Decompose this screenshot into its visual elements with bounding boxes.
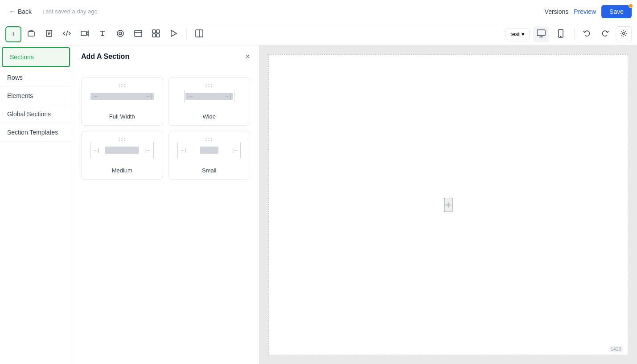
versions-button[interactable]: Versions (545, 8, 569, 15)
last-saved-text: Last saved a day ago (42, 8, 541, 15)
svg-line-5 (66, 31, 68, 36)
redo-icon (601, 29, 609, 39)
video-button[interactable] (77, 26, 93, 42)
canvas-area: + 1429 (259, 45, 637, 364)
header-button[interactable] (130, 26, 146, 42)
svg-rect-0 (28, 32, 34, 36)
medium-arrow-right-icon: |← (145, 147, 152, 153)
arrow-left-icon: |← (92, 93, 99, 99)
pages-button[interactable] (41, 26, 57, 42)
header-icon (134, 29, 142, 39)
medium-arrow-left-icon: →| (93, 147, 99, 153)
drag-handle-dots (119, 84, 126, 87)
sidebar-item-rows[interactable]: Rows (0, 69, 72, 87)
medium-inner-bar (105, 147, 139, 154)
add-section-button[interactable]: ＋ (5, 26, 21, 42)
top-nav: ← Back Last saved a day ago Versions Pre… (0, 0, 637, 23)
grid-button[interactable] (148, 26, 164, 42)
layers-icon (27, 29, 35, 39)
section-grid: |← →| Full Width |← (72, 68, 259, 188)
text-icon (99, 29, 107, 39)
medium-visual: →| |← (87, 137, 157, 164)
wide-label: Wide (202, 113, 216, 120)
svg-point-25 (560, 36, 561, 37)
svg-rect-15 (156, 30, 160, 33)
arrow-left-icon: |← (187, 93, 194, 99)
settings-icon (620, 30, 627, 38)
back-label: Back (18, 8, 32, 15)
sidebar-item-sections[interactable]: Sections (2, 47, 70, 67)
full-width-label: Full Width (109, 113, 135, 120)
desktop-icon (537, 29, 546, 40)
layout-button[interactable] (191, 26, 207, 42)
form-button[interactable] (112, 26, 128, 42)
svg-rect-6 (81, 31, 86, 36)
svg-rect-21 (537, 30, 545, 36)
svg-rect-17 (156, 34, 160, 37)
full-width-bar: |← →| (90, 93, 154, 100)
media-icon (170, 29, 178, 39)
sidebar-item-elements[interactable]: Elements (0, 87, 72, 105)
arrow-right-icon: →| (145, 93, 152, 99)
dropdown-chevron-icon: ▾ (522, 31, 525, 37)
section-card-medium[interactable]: →| |← Medium (81, 131, 163, 180)
svg-point-11 (117, 30, 123, 37)
toolbar: ＋ (0, 23, 637, 45)
code-button[interactable] (59, 26, 75, 42)
mobile-device-button[interactable] (553, 26, 569, 42)
svg-marker-18 (171, 30, 177, 37)
preview-button[interactable]: Preview (574, 8, 596, 15)
grid-icon (152, 29, 160, 39)
medium-label: Medium (112, 167, 132, 174)
undo-icon (583, 29, 591, 39)
undo-button[interactable] (580, 27, 594, 41)
canvas-size-label: 1429 (609, 346, 623, 352)
full-width-visual: |← →| (87, 83, 157, 110)
media-button[interactable] (166, 26, 182, 42)
video-icon (81, 29, 89, 39)
sidebar-item-global-sections[interactable]: Global Sections (0, 105, 72, 123)
drag-handle-dots (205, 84, 213, 87)
add-section-panel: Add A Section × |← →| Full Width (72, 45, 259, 364)
panel-header: Add A Section × (72, 45, 259, 68)
svg-rect-16 (152, 34, 156, 37)
wide-line-right (234, 90, 234, 102)
page-dropdown-label: test (510, 31, 520, 37)
panel-title: Add A Section (81, 53, 129, 61)
code-icon (63, 29, 71, 39)
wide-bar: |← →| (185, 93, 233, 100)
small-outer: →| |← (177, 142, 241, 158)
top-right-actions: Versions Preview Save (545, 5, 632, 18)
text-button[interactable] (95, 26, 111, 42)
notification-dot (629, 4, 633, 8)
layers-button[interactable] (23, 26, 39, 42)
redo-button[interactable] (598, 27, 612, 41)
sidebar: Sections Rows Elements Global Sections S… (0, 45, 72, 364)
panel-close-button[interactable]: × (245, 53, 250, 61)
save-button[interactable]: Save (601, 5, 632, 18)
toolbar-right: test ▾ (505, 26, 632, 42)
canvas-add-button[interactable]: + (444, 198, 452, 212)
svg-rect-12 (135, 30, 142, 37)
plus-icon: ＋ (10, 29, 17, 39)
arrow-right-icon: →| (224, 93, 231, 99)
back-button[interactable]: ← Back (5, 6, 35, 17)
drag-handle-dots (119, 138, 126, 141)
canvas-frame: + 1429 (268, 54, 628, 355)
small-label: Small (202, 167, 217, 174)
sidebar-item-section-templates[interactable]: Section Templates (0, 123, 72, 142)
section-card-small[interactable]: →| |← Small (168, 131, 251, 180)
section-card-wide[interactable]: |← →| Wide (168, 77, 251, 126)
page-dropdown[interactable]: test ▾ (505, 28, 530, 40)
wide-visual: |← →| (174, 83, 245, 110)
settings-button[interactable] (616, 26, 632, 42)
drag-handle-dots (205, 138, 213, 141)
form-icon (116, 29, 124, 39)
small-inner-bar (200, 147, 218, 154)
desktop-device-button[interactable] (533, 26, 549, 42)
toolbar-divider (186, 29, 187, 40)
small-arrow-left-icon: →| (180, 147, 186, 153)
pages-icon (45, 29, 53, 39)
section-card-full-width[interactable]: |← →| Full Width (81, 77, 163, 126)
medium-outer: →| |← (90, 142, 154, 158)
